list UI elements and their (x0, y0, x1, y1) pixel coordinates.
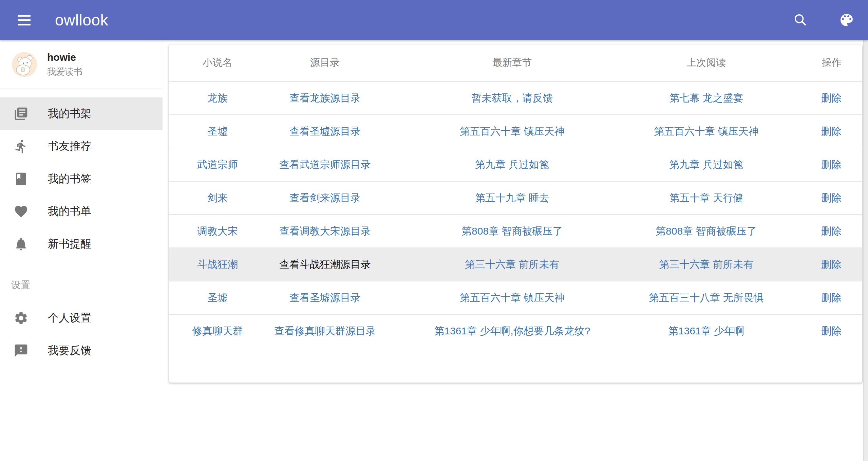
bell-icon (14, 237, 29, 252)
novel-name-link[interactable]: 武道宗师 (197, 159, 238, 170)
col-header-source-catalog: 源目录 (266, 44, 384, 81)
sidebar-item-new-book-alert[interactable]: 新书提醒 (0, 228, 163, 260)
last-read-link[interactable]: 第808章 智商被碾压了 (656, 225, 757, 237)
novel-name-link[interactable]: 圣墟 (207, 126, 228, 137)
latest-chapter-link[interactable]: 第808章 智商被碾压了 (461, 225, 563, 237)
sidebar-item-label: 新书提醒 (48, 237, 91, 252)
table-row: 修真聊天群 查看修真聊天群源目录 第1361章 少年啊,你想要几条龙纹? 第13… (169, 314, 862, 347)
sidebar-item-label: 书友推荐 (48, 139, 91, 154)
sidebar-divider (0, 266, 163, 266)
heart-icon (14, 204, 29, 219)
source-catalog-link[interactable]: 查看圣墟源目录 (289, 126, 361, 137)
delete-link[interactable]: 删除 (821, 159, 842, 170)
sidebar: howie 我爱读书 我的书架 书友推荐 我的书签 我的书单 新书提醒 设置 个… (0, 40, 163, 461)
theme-button[interactable] (838, 12, 855, 28)
table-row: 剑来 查看剑来源目录 第五十九章 睡去 第五十章 天行健 删除 (169, 181, 862, 215)
table-body: 龙族 查看龙族源目录 暂未获取，请反馈 第七幕 龙之盛宴 删除 圣墟 查看圣墟源… (169, 81, 862, 347)
feedback-icon (14, 343, 29, 358)
settings-section-label: 设置 (11, 279, 163, 292)
delete-link[interactable]: 删除 (821, 292, 842, 303)
sidebar-menu: 我的书架 书友推荐 我的书签 我的书单 新书提醒 (0, 89, 163, 260)
col-header-novel-name: 小说名 (169, 44, 266, 81)
last-read-link[interactable]: 第七幕 龙之盛宴 (669, 92, 743, 104)
novel-name-link[interactable]: 修真聊天群 (192, 325, 243, 336)
latest-chapter-link[interactable]: 第五十九章 睡去 (475, 192, 549, 203)
user-name: howie (47, 51, 82, 64)
source-catalog-link[interactable]: 查看龙族源目录 (289, 92, 361, 104)
col-header-last-read: 上次阅读 (640, 44, 772, 81)
table-row: 龙族 查看龙族源目录 暂未获取，请反馈 第七幕 龙之盛宴 删除 (169, 81, 862, 115)
hamster-avatar-image (12, 52, 37, 77)
app-header: owllook (0, 0, 868, 40)
sidebar-item-feedback[interactable]: 我要反馈 (0, 334, 163, 367)
source-catalog-link[interactable]: 查看圣墟源目录 (289, 292, 361, 303)
search-button[interactable] (793, 12, 808, 28)
vertical-scrollbar[interactable] (863, 40, 868, 461)
settings-menu: 个人设置 我要反馈 (0, 292, 163, 367)
app-title: owllook (55, 11, 108, 29)
bookshelf-table: 小说名 源目录 最新章节 上次阅读 操作 龙族 查看龙族源目录 暂未获取，请反馈… (169, 44, 862, 347)
search-icon (793, 12, 808, 28)
user-profile: howie 我爱读书 (0, 40, 163, 89)
last-read-link[interactable]: 第九章 兵过如篦 (669, 159, 743, 170)
last-read-link[interactable]: 第三十六章 前所未有 (659, 259, 753, 270)
delete-link[interactable]: 删除 (821, 259, 842, 270)
sidebar-item-label: 我的书单 (48, 204, 91, 219)
gear-icon (14, 311, 29, 326)
source-catalog-link[interactable]: 查看修真聊天群源目录 (274, 325, 376, 336)
source-catalog-link[interactable]: 查看调教大宋源目录 (279, 225, 371, 237)
delete-link[interactable]: 删除 (821, 192, 842, 203)
latest-chapter-link[interactable]: 暂未获取，请反馈 (471, 92, 553, 104)
table-header-row: 小说名 源目录 最新章节 上次阅读 操作 (169, 44, 862, 81)
book-icon (14, 171, 29, 186)
directions-run-icon (14, 139, 29, 154)
table-row: 斗战狂潮 查看斗战狂潮源目录 第三十六章 前所未有 第三十六章 前所未有 删除 (169, 248, 862, 281)
table-row: 调教大宋 查看调教大宋源目录 第808章 智商被碾压了 第808章 智商被碾压了… (169, 215, 862, 248)
delete-link[interactable]: 删除 (821, 325, 842, 336)
latest-chapter-link[interactable]: 第五百六十章 镇压天神 (460, 292, 564, 303)
table-row: 圣墟 查看圣墟源目录 第五百六十章 镇压天神 第五百六十章 镇压天神 删除 (169, 115, 862, 148)
novel-name-link[interactable]: 圣墟 (207, 292, 228, 303)
hamburger-icon (18, 15, 31, 17)
sidebar-item-label: 我的书架 (48, 106, 91, 121)
latest-chapter-link[interactable]: 第九章 兵过如篦 (475, 159, 549, 170)
last-read-link[interactable]: 第五十章 天行健 (669, 192, 743, 203)
sidebar-item-label: 我的书签 (48, 171, 91, 186)
source-catalog-link[interactable]: 查看武道宗师源目录 (279, 159, 371, 170)
col-header-actions: 操作 (772, 44, 862, 81)
palette-icon (838, 12, 855, 28)
user-tagline: 我爱读书 (47, 66, 82, 78)
bookshelf-card: 小说名 源目录 最新章节 上次阅读 操作 龙族 查看龙族源目录 暂未获取，请反馈… (169, 44, 862, 383)
novel-name-link[interactable]: 斗战狂潮 (197, 259, 238, 270)
source-catalog-link[interactable]: 查看剑来源目录 (289, 192, 361, 203)
sidebar-item-booklist[interactable]: 我的书单 (0, 195, 163, 228)
novel-name-link[interactable]: 调教大宋 (197, 225, 238, 237)
latest-chapter-link[interactable]: 第三十六章 前所未有 (465, 259, 559, 270)
latest-chapter-link[interactable]: 第1361章 少年啊,你想要几条龙纹? (434, 325, 590, 336)
delete-link[interactable]: 删除 (821, 225, 842, 237)
last-read-link[interactable]: 第1361章 少年啊 (668, 325, 744, 336)
novel-name-link[interactable]: 龙族 (207, 92, 228, 104)
menu-button[interactable] (16, 13, 33, 27)
sidebar-item-label: 个人设置 (48, 311, 91, 326)
sidebar-item-label: 我要反馈 (48, 343, 91, 358)
delete-link[interactable]: 删除 (821, 126, 842, 137)
source-catalog-link[interactable]: 查看斗战狂潮源目录 (279, 259, 371, 270)
sidebar-item-friend-recommend[interactable]: 书友推荐 (0, 130, 163, 163)
avatar[interactable] (12, 52, 37, 77)
novel-name-link[interactable]: 剑来 (207, 192, 228, 203)
profile-text: howie 我爱读书 (47, 51, 82, 78)
sidebar-item-bookmarks[interactable]: 我的书签 (0, 163, 163, 195)
last-read-link[interactable]: 第五百三十八章 无所畏惧 (649, 292, 763, 303)
library-books-icon (14, 106, 29, 121)
col-header-latest-chapter: 最新章节 (384, 44, 640, 81)
table-row: 武道宗师 查看武道宗师源目录 第九章 兵过如篦 第九章 兵过如篦 删除 (169, 148, 862, 181)
last-read-link[interactable]: 第五百六十章 镇压天神 (654, 126, 758, 137)
sidebar-item-bookshelf[interactable]: 我的书架 (0, 97, 163, 130)
latest-chapter-link[interactable]: 第五百六十章 镇压天神 (460, 126, 564, 137)
sidebar-item-personal-settings[interactable]: 个人设置 (0, 302, 163, 334)
table-row: 圣墟 查看圣墟源目录 第五百六十章 镇压天神 第五百三十八章 无所畏惧 删除 (169, 281, 862, 314)
delete-link[interactable]: 删除 (821, 92, 842, 104)
